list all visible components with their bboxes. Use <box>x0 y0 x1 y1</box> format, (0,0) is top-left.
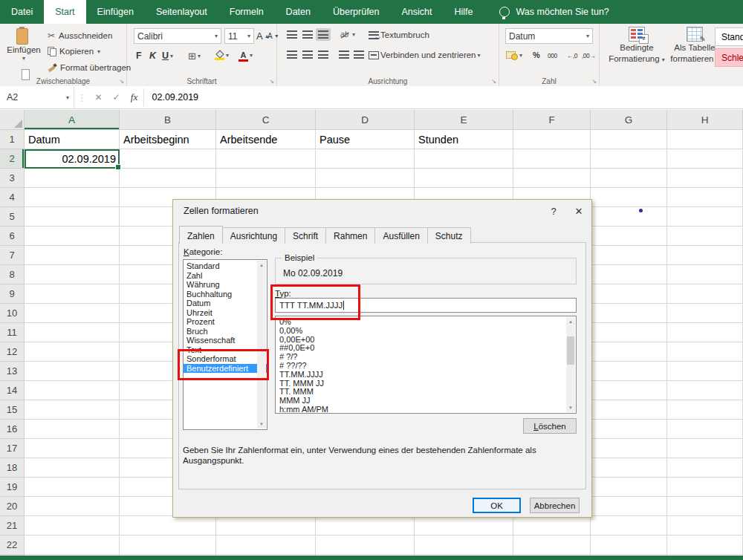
cell-style-schlecht[interactable]: Schlecht <box>715 48 743 67</box>
row-header-19[interactable]: 19 <box>0 478 24 497</box>
category-item[interactable]: Währung <box>184 280 267 290</box>
category-item[interactable]: Standard <box>184 261 267 271</box>
name-box[interactable]: A2 ▾ <box>0 86 74 108</box>
category-item[interactable]: Uhrzeit <box>184 308 267 318</box>
cut-button[interactable]: ✂ Ausschneiden <box>48 30 112 41</box>
format-item[interactable]: TT. MMM JJ <box>279 380 576 388</box>
select-all-corner[interactable] <box>0 110 25 130</box>
row-header-7[interactable]: 7 <box>0 246 24 265</box>
row-header-5[interactable]: 5 <box>0 207 24 227</box>
cell-b1[interactable]: Arbeitsbeginn <box>120 130 216 149</box>
category-item[interactable]: Bruch <box>184 327 267 336</box>
scroll-up-icon[interactable]: ▲ <box>257 261 266 270</box>
type-input[interactable]: TTT TT.MM.JJJJ <box>275 298 577 313</box>
fill-handle[interactable] <box>115 164 121 170</box>
chevron-down-icon[interactable]: ▾ <box>215 33 218 39</box>
font-name-select[interactable]: Calibri ▾ <box>134 28 221 44</box>
copy-button[interactable]: Kopieren ▾ <box>48 47 100 56</box>
chevron-down-icon[interactable]: ▾ <box>586 33 589 39</box>
decrease-decimal-button[interactable]: ,00→ <box>580 50 597 62</box>
row-header-11[interactable]: 11 <box>0 323 24 342</box>
row-header-3[interactable]: 3 <box>0 169 24 188</box>
tab-ansicht[interactable]: Ansicht <box>391 0 444 24</box>
tab-seitenlayout[interactable]: Seitenlayout <box>145 0 218 24</box>
column-header-h[interactable]: H <box>667 110 743 129</box>
insert-function-button[interactable]: fx <box>126 86 143 108</box>
formula-bar-grip[interactable]: ⋮ <box>74 86 90 108</box>
category-item-selected[interactable]: Benutzerdefiniert <box>184 364 267 374</box>
column-header-g[interactable]: G <box>591 110 667 129</box>
row-header-22[interactable]: 22 <box>0 535 24 555</box>
chevron-down-icon[interactable]: ▾ <box>22 55 25 62</box>
align-top-button[interactable] <box>285 28 299 41</box>
chevron-down-icon[interactable]: ▾ <box>250 52 253 59</box>
row-header-17[interactable]: 17 <box>0 439 24 458</box>
chevron-down-icon[interactable]: ▾ <box>519 52 522 59</box>
tab-zahlen[interactable]: Zahlen <box>179 226 223 244</box>
align-right-button[interactable] <box>316 48 331 61</box>
tab-ausrichtung[interactable]: Ausrichtung <box>222 227 285 244</box>
wrap-text-button[interactable]: Textumbruch <box>366 28 432 42</box>
column-header-c[interactable]: C <box>216 110 316 129</box>
column-header-f[interactable]: F <box>513 110 591 129</box>
row-header-21[interactable]: 21 <box>0 516 24 535</box>
formula-input[interactable]: 02.09.2019 <box>144 86 743 108</box>
cancel-entry-button[interactable]: ✕ <box>90 86 108 108</box>
format-item[interactable]: TT. MMM <box>279 388 576 397</box>
tell-me-search[interactable]: Was möchten Sie tun? <box>499 0 609 24</box>
delete-button[interactable]: Löschen <box>523 418 577 434</box>
chevron-down-icon[interactable]: ▾ <box>198 53 201 59</box>
row-header-4[interactable]: 4 <box>0 188 24 207</box>
font-color-button[interactable]: A ▾ <box>239 51 253 59</box>
format-painter-button[interactable]: Format übertragen <box>48 63 131 72</box>
comma-style-button[interactable]: 000 <box>545 50 559 62</box>
category-item[interactable]: Datum <box>184 299 267 308</box>
chevron-down-icon[interactable]: ▾ <box>478 52 481 59</box>
format-item[interactable]: TT.MM.JJJJ <box>279 371 576 380</box>
category-scrollbar[interactable]: ▲ ▼ <box>257 261 266 429</box>
underline-button[interactable]: U ▾ <box>162 51 173 61</box>
accounting-format-button[interactable]: ▾ <box>504 48 525 62</box>
dialog-launcher-icon[interactable]: ↘ <box>491 78 496 85</box>
tell-me-label[interactable]: Was möchten Sie tun? <box>516 7 609 17</box>
cell-d1[interactable]: Pause <box>316 130 415 149</box>
tab-datei[interactable]: Datei <box>0 0 44 24</box>
dialog-launcher-icon[interactable]: ↘ <box>269 78 274 85</box>
scrollbar-thumb[interactable] <box>567 336 574 365</box>
row-header-13[interactable]: 13 <box>0 362 24 381</box>
row-header-9[interactable]: 9 <box>0 284 24 304</box>
row-header-10[interactable]: 10 <box>0 304 24 323</box>
column-header-e[interactable]: E <box>415 110 513 129</box>
cell-a1[interactable]: Datum <box>25 130 120 149</box>
align-center-button[interactable] <box>300 48 315 61</box>
align-middle-button[interactable] <box>300 28 315 41</box>
format-item[interactable]: ##0,0E+0 <box>279 344 576 353</box>
format-item[interactable]: # ??/?? <box>279 362 576 371</box>
format-item[interactable]: 0% <box>279 318 576 327</box>
scroll-up-icon[interactable]: ▲ <box>566 317 575 326</box>
dialog-launcher-icon[interactable]: ↘ <box>591 78 597 85</box>
row-header-18[interactable]: 18 <box>0 458 24 478</box>
chevron-down-icon[interactable]: ▾ <box>352 31 355 38</box>
format-item[interactable]: 0,00E+00 <box>279 336 576 345</box>
category-item[interactable]: Sonderformat <box>184 354 267 364</box>
close-icon[interactable]: ✕ <box>566 200 591 222</box>
italic-button[interactable]: K <box>149 51 156 61</box>
row-header-1[interactable]: 1 <box>0 130 24 149</box>
row-header-20[interactable]: 20 <box>0 497 24 516</box>
row-header-12[interactable]: 12 <box>0 342 24 362</box>
confirm-entry-button[interactable]: ✓ <box>108 86 126 108</box>
conditional-formatting-button[interactable]: ≠ Bedingte Formatierung ▾ <box>607 27 666 65</box>
format-listbox[interactable]: 0% 0,00% 0,00E+00 ##0,0E+0 # ?/? # ??/??… <box>275 316 577 414</box>
chevron-down-icon[interactable]: ▾ <box>226 52 229 59</box>
cell-e1[interactable]: Stunden <box>415 130 513 149</box>
chevron-down-icon[interactable]: ▾ <box>97 48 100 55</box>
tab-schutz[interactable]: Schutz <box>427 227 471 244</box>
chevron-down-icon[interactable]: ▾ <box>247 33 250 39</box>
column-header-d[interactable]: D <box>316 110 415 129</box>
format-item[interactable]: 0,00% <box>279 327 576 336</box>
cell-c1[interactable]: Arbeitsende <box>216 130 316 149</box>
number-format-select[interactable]: Datum ▾ <box>505 28 593 44</box>
row-header-8[interactable]: 8 <box>0 265 24 284</box>
category-item[interactable]: Wissenschaft <box>184 336 267 345</box>
